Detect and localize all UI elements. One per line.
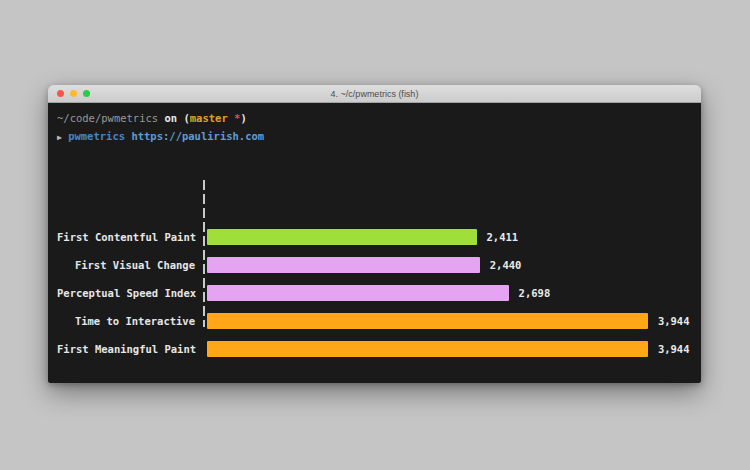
bar-track: 3,944 xyxy=(207,313,648,329)
zoom-button[interactable] xyxy=(83,90,90,97)
bar-track: 2,411 xyxy=(207,229,648,245)
metric-bar xyxy=(207,341,648,357)
chart-rows: First Contentful Paint2,411First Visual … xyxy=(57,187,695,363)
metric-bar xyxy=(207,229,477,245)
window-title: 4. ~/c/pwmetrics (fish) xyxy=(331,89,419,99)
metric-label: First Visual Change xyxy=(57,259,195,271)
minimize-button[interactable] xyxy=(70,90,77,97)
paren-close: ) xyxy=(240,112,246,124)
prompt-on-word: on xyxy=(158,112,183,124)
metric-label: First Meaningful Paint xyxy=(57,343,195,355)
cwd-path: ~/code/pwmetrics xyxy=(57,112,158,124)
git-branch: master xyxy=(190,112,228,124)
metric-value: 2,411 xyxy=(487,231,519,243)
chart-row: Perceptual Speed Index2,698 xyxy=(57,279,695,307)
chart-row: Time to Interactive3,944 xyxy=(57,307,695,335)
metric-bar xyxy=(207,285,509,301)
chart-row: First Contentful Paint2,411 xyxy=(57,223,695,251)
command-line: ▶ pwmetrics https://paulirish.com xyxy=(57,130,264,142)
metrics-chart: First Contentful Paint2,411First Visual … xyxy=(57,163,695,383)
metric-value: 3,944 xyxy=(658,343,690,355)
command-name: pwmetrics xyxy=(62,130,132,142)
git-dirty-flag: * xyxy=(228,112,241,124)
y-axis-line xyxy=(203,180,205,327)
bar-track: 2,440 xyxy=(207,257,648,273)
terminal-content: ~/code/pwmetrics on (master *) ▶ pwmetri… xyxy=(48,103,701,383)
metric-value: 3,944 xyxy=(658,315,690,327)
shell-prompt-line: ~/code/pwmetrics on (master *) xyxy=(57,112,247,124)
metric-label: First Contentful Paint xyxy=(57,231,195,243)
metric-label: Time to Interactive xyxy=(57,315,195,327)
terminal-window: 4. ~/c/pwmetrics (fish) ~/code/pwmetrics… xyxy=(48,85,701,383)
bar-track: 2,698 xyxy=(207,285,648,301)
command-argument-url: https://paulirish.com xyxy=(131,130,264,142)
metric-bar xyxy=(207,313,648,329)
close-button[interactable] xyxy=(57,90,64,97)
metric-label: Perceptual Speed Index xyxy=(57,287,195,299)
window-titlebar[interactable]: 4. ~/c/pwmetrics (fish) xyxy=(48,85,701,103)
bar-track: 3,944 xyxy=(207,341,648,357)
traffic-lights xyxy=(57,85,90,102)
metric-value: 2,440 xyxy=(490,259,522,271)
metric-bar xyxy=(207,257,480,273)
chart-row: First Visual Change2,440 xyxy=(57,251,695,279)
chart-row: First Meaningful Paint3,944 xyxy=(57,335,695,363)
metric-value: 2,698 xyxy=(519,287,551,299)
